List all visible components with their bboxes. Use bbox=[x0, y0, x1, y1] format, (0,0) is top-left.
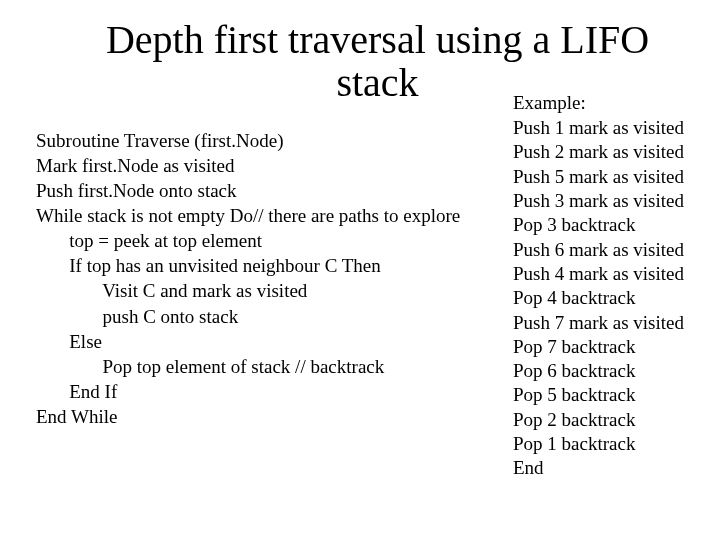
example-line: Push 5 mark as visited bbox=[513, 165, 684, 189]
example-line: Pop 4 backtrack bbox=[513, 286, 684, 310]
example-line: Push 2 mark as visited bbox=[513, 140, 684, 164]
example-line: Pop 3 backtrack bbox=[513, 213, 684, 237]
pseudocode-line: Subroutine Traverse (first.Node) bbox=[36, 128, 506, 153]
example-line: Push 4 mark as visited bbox=[513, 262, 684, 286]
pseudocode-line: Else bbox=[36, 329, 506, 354]
example-block: Push 1 mark as visitedPush 2 mark as vis… bbox=[513, 116, 684, 481]
example-line: Push 1 mark as visited bbox=[513, 116, 684, 140]
pseudocode-line: Visit C and mark as visited bbox=[36, 278, 506, 303]
slide: Depth first traversal using a LIFO stack… bbox=[0, 0, 720, 540]
pseudocode-block: Subroutine Traverse (first.Node)Mark fir… bbox=[36, 128, 506, 429]
example-line: Pop 5 backtrack bbox=[513, 383, 684, 407]
pseudocode-line: If top has an unvisited neighbour C Then bbox=[36, 253, 506, 278]
example-line: Pop 1 backtrack bbox=[513, 432, 684, 456]
example-line: Pop 2 backtrack bbox=[513, 408, 684, 432]
example-line: Pop 6 backtrack bbox=[513, 359, 684, 383]
example-line: End bbox=[513, 456, 684, 480]
example-line: Push 3 mark as visited bbox=[513, 189, 684, 213]
pseudocode-line: Pop top element of stack // backtrack bbox=[36, 354, 506, 379]
example-line: Push 7 mark as visited bbox=[513, 311, 684, 335]
pseudocode-line: top = peek at top element bbox=[36, 228, 506, 253]
example-heading: Example: bbox=[513, 92, 586, 114]
pseudocode-line: push C onto stack bbox=[36, 304, 506, 329]
pseudocode-line: End If bbox=[36, 379, 506, 404]
slide-title: Depth first traversal using a LIFO stack bbox=[55, 18, 700, 104]
example-line: Pop 7 backtrack bbox=[513, 335, 684, 359]
pseudocode-line: End While bbox=[36, 404, 506, 429]
pseudocode-line: Mark first.Node as visited bbox=[36, 153, 506, 178]
pseudocode-line: Push first.Node onto stack bbox=[36, 178, 506, 203]
pseudocode-line: While stack is not empty Do// there are … bbox=[36, 203, 506, 228]
example-line: Push 6 mark as visited bbox=[513, 238, 684, 262]
